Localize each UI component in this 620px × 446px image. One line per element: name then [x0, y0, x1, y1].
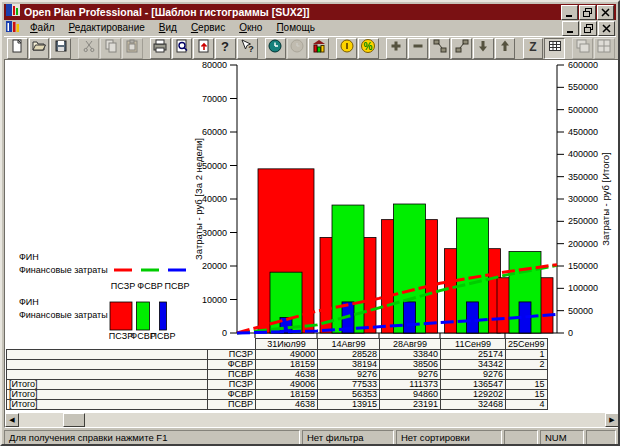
- print-preview-button[interactable]: [172, 38, 193, 59]
- table-cell: 111373: [380, 380, 441, 390]
- table-header-blank: [208, 339, 256, 350]
- table-header-date-3: 28Авг99: [380, 339, 441, 350]
- status-bar: Для получения справки нажмите F1 Нет фил…: [4, 429, 616, 446]
- new-icon: [9, 38, 25, 58]
- resource-view-button: [287, 38, 308, 59]
- table-row-1[interactable]: ПСЗР490002852833840251741: [7, 350, 548, 360]
- helpptr-icon: ?: [239, 38, 255, 58]
- table-cell: 32468: [441, 400, 506, 410]
- open-button[interactable]: [29, 38, 50, 59]
- zoom-button[interactable]: Z: [523, 38, 544, 59]
- table-cell: [506, 370, 548, 380]
- print-button[interactable]: [150, 38, 171, 59]
- paste-icon: [124, 38, 140, 58]
- table-header-date-2: 14Авг99: [318, 339, 380, 350]
- scrollbar-thumb[interactable]: [63, 413, 85, 427]
- export-icon: [196, 38, 212, 58]
- menu-5[interactable]: Окно: [232, 21, 269, 35]
- table-cell: 28528: [318, 350, 380, 360]
- table-cell: 2: [506, 360, 548, 370]
- table-cell: [7, 350, 208, 360]
- menu-2[interactable]: Редактирование: [62, 21, 152, 35]
- zoomz-icon: Z: [525, 38, 541, 58]
- percent-button[interactable]: %: [358, 38, 379, 59]
- preview-icon: [174, 38, 190, 58]
- table-cell: 136547: [441, 380, 506, 390]
- minimize-button[interactable]: [561, 5, 578, 20]
- context-help-button[interactable]: ?: [237, 38, 258, 59]
- remove-button[interactable]: [408, 38, 429, 59]
- table-cell: ПСВР: [208, 400, 256, 410]
- unlink-button[interactable]: [451, 38, 472, 59]
- new-button[interactable]: [7, 38, 28, 59]
- cost-button[interactable]: [336, 38, 357, 59]
- grid-view-button[interactable]: [544, 38, 565, 59]
- percent-icon: %: [360, 38, 376, 58]
- table-cell: [Итого]: [7, 380, 208, 390]
- mdi-close-button[interactable]: [598, 21, 615, 36]
- plus-icon: [388, 38, 404, 58]
- menu-4[interactable]: Сервис: [184, 21, 232, 35]
- table-row-5[interactable]: [Итого]ФСВР18159563539486012920215: [7, 390, 548, 400]
- table-cell: 9276: [380, 370, 441, 380]
- cascade-icon: [575, 38, 591, 58]
- horizontal-scrollbar[interactable]: ◀ ▶: [5, 413, 619, 427]
- cut-icon: [81, 38, 97, 58]
- move-up-button[interactable]: [495, 38, 516, 59]
- help-button[interactable]: ?: [215, 38, 236, 59]
- paste-button: [122, 38, 143, 59]
- data-table: 31Июл9914Авг9928Авг9911Сен9925Сен99ПСЗР4…: [6, 338, 548, 410]
- status-num-lock: NUM: [540, 430, 584, 446]
- link-button[interactable]: [429, 38, 450, 59]
- up-icon: [497, 38, 513, 58]
- export-button[interactable]: [193, 38, 214, 59]
- time-view-button[interactable]: [265, 38, 286, 59]
- save-icon: [53, 38, 69, 58]
- table-cell: 9276: [441, 370, 506, 380]
- status-sort: Нет сортировки: [396, 430, 502, 446]
- table-row-6[interactable]: [Итого]ПСВР46381391523191324684: [7, 400, 548, 410]
- save-button[interactable]: [50, 38, 71, 59]
- move-down-button[interactable]: [473, 38, 494, 59]
- menu-bar: ФайлРедактированиеВидСервисОкноПомощь: [4, 21, 616, 35]
- table-cell: 34342: [441, 360, 506, 370]
- barchart-icon: [311, 38, 327, 58]
- histogram-view-button[interactable]: [308, 38, 329, 59]
- mdi-restore-button[interactable]: [580, 21, 597, 36]
- table-cell: 15: [506, 390, 548, 400]
- linkout-icon: [432, 38, 448, 58]
- scroll-left-icon[interactable]: ◀: [5, 413, 19, 427]
- add-button[interactable]: [386, 38, 407, 59]
- table-cell: ФСВР: [208, 360, 256, 370]
- table-row-4[interactable]: [Итого]ПСЗР490067753311137313654715: [7, 380, 548, 390]
- mdi-minimize-button[interactable]: [562, 21, 579, 36]
- restore-button[interactable]: [579, 5, 596, 20]
- menu-3[interactable]: Вид: [152, 21, 184, 35]
- copy-button: [100, 38, 121, 59]
- table-cell: [Итого]: [7, 390, 208, 400]
- close-button[interactable]: [597, 5, 614, 20]
- scroll-right-icon[interactable]: ▶: [605, 413, 619, 427]
- app-window: Open Plan Professional - [Шаблон гистогр…: [0, 0, 620, 446]
- svg-text:%: %: [364, 41, 373, 52]
- table-cell: 23191: [380, 400, 441, 410]
- table-cell: 33840: [380, 350, 441, 360]
- menu-6[interactable]: Помощь: [269, 21, 322, 35]
- table-cell: 18159: [256, 360, 318, 370]
- status-filter: Нет фильтра: [302, 430, 394, 446]
- table-row-3[interactable]: ПСВР4638927692769276: [7, 370, 548, 380]
- clock-icon: [267, 38, 283, 58]
- svg-text:?: ?: [221, 39, 229, 54]
- coin-icon: [339, 38, 355, 58]
- table-header-blank: [7, 339, 208, 350]
- linkin-icon: [454, 38, 470, 58]
- table-cell: [Итого]: [7, 400, 208, 410]
- minus-icon: [410, 38, 426, 58]
- document-icon[interactable]: [6, 19, 21, 37]
- table-row-2[interactable]: ФСВР181593819438506343422: [7, 360, 548, 370]
- menu-1[interactable]: Файл: [23, 21, 62, 35]
- table-cell: 4638: [256, 370, 318, 380]
- svg-text:Z: Z: [529, 40, 536, 54]
- toolbar: ??%Z: [4, 36, 616, 60]
- table-cell: 18159: [256, 390, 318, 400]
